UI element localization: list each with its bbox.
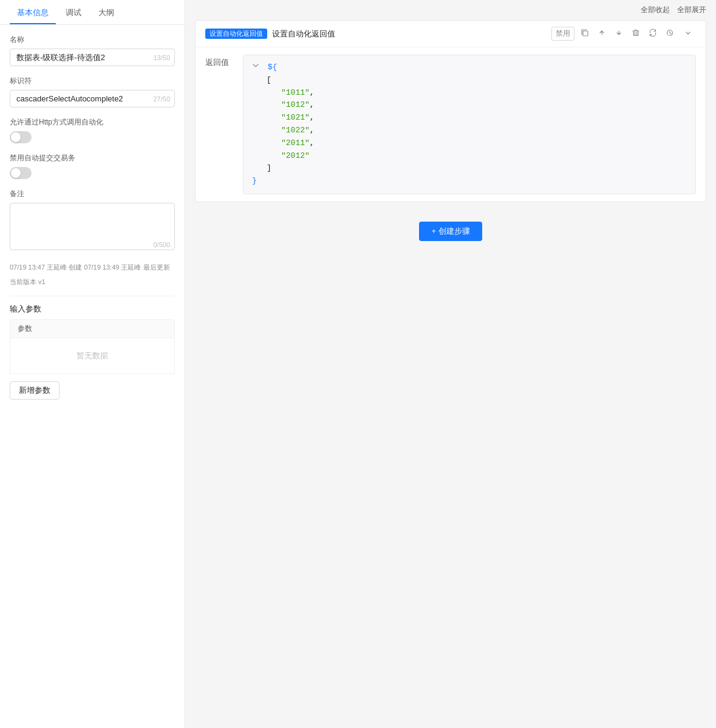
tab-basic[interactable]: 基本信息 bbox=[10, 0, 56, 24]
disable-submit-label: 禁用自动提交交易务 bbox=[10, 153, 175, 163]
tab-outline[interactable]: 大纲 bbox=[91, 0, 121, 24]
notes-count: 0/500 bbox=[153, 241, 170, 248]
name-char-count: 13/50 bbox=[153, 54, 170, 61]
input-params-label: 输入参数 bbox=[10, 304, 175, 315]
meta-info-line2: 当前版本 v1 bbox=[10, 276, 175, 288]
expand-all-button[interactable]: 全部展开 bbox=[677, 5, 706, 15]
http-toggle[interactable] bbox=[10, 131, 32, 143]
notes-textarea[interactable] bbox=[10, 203, 175, 250]
code-line-2: "1011", bbox=[252, 87, 687, 100]
param-col-label: 参数 bbox=[10, 320, 174, 338]
chevron-down-icon[interactable] bbox=[680, 27, 696, 40]
form-section: 名称 13/50 标识符 27/50 允许通过Http方式调用自动化 禁用自动提… bbox=[0, 25, 185, 728]
id-group: 标识符 27/50 bbox=[10, 76, 175, 107]
divider-1 bbox=[10, 296, 175, 296]
disable-submit-toggle-row bbox=[10, 167, 175, 179]
collapse-all-button[interactable]: 全部收起 bbox=[641, 5, 670, 15]
refresh-icon[interactable] bbox=[646, 27, 660, 40]
code-line-8: ] bbox=[252, 162, 687, 175]
id-input-wrapper: 27/50 bbox=[10, 90, 175, 107]
right-toolbar: 全部收起 全部展开 bbox=[185, 0, 716, 20]
left-panel: 基本信息 调试 大纲 名称 13/50 标识符 27/50 允许通过Http方式… bbox=[0, 0, 185, 728]
tab-bar: 基本信息 调试 大纲 bbox=[0, 0, 185, 25]
name-input-wrapper: 13/50 bbox=[10, 49, 175, 66]
move-up-icon[interactable] bbox=[595, 27, 609, 40]
return-value-row: 返回值 ${ [ "1011", "1012", "1021", "1022", bbox=[205, 55, 696, 194]
id-char-count: 27/50 bbox=[153, 95, 170, 103]
input-params-header: 输入参数 bbox=[10, 304, 175, 315]
name-input[interactable] bbox=[10, 49, 175, 66]
svg-rect-0 bbox=[583, 31, 588, 36]
code-line-3: "1012", bbox=[252, 99, 687, 112]
step-card: 设置自动化返回值 设置自动化返回值 禁用 bbox=[195, 20, 706, 202]
step-body: 返回值 ${ [ "1011", "1012", "1021", "1022", bbox=[196, 47, 706, 202]
disable-submit-toggle[interactable] bbox=[10, 167, 32, 179]
delete-icon[interactable] bbox=[629, 27, 643, 40]
copy-icon[interactable] bbox=[578, 27, 592, 40]
empty-data: 暂无数据 bbox=[10, 338, 175, 374]
code-line-0: ${ bbox=[252, 61, 687, 74]
code-line-5: "1022", bbox=[252, 124, 687, 137]
http-group: 允许通过Http方式调用自动化 bbox=[10, 117, 175, 143]
create-step-button[interactable]: + 创建步骤 bbox=[419, 222, 482, 241]
http-label: 允许通过Http方式调用自动化 bbox=[10, 117, 175, 128]
right-panel: 全部收起 全部展开 设置自动化返回值 设置自动化返回值 禁用 bbox=[185, 0, 716, 728]
history-icon[interactable] bbox=[663, 27, 677, 40]
meta-info-line1: 07/19 13:47 王延峰 创建 07/19 13:49 王延峰 最后更新 bbox=[10, 262, 175, 274]
code-line-4: "1021", bbox=[252, 112, 687, 124]
return-label: 返回值 bbox=[205, 55, 236, 68]
steps-area: 设置自动化返回值 设置自动化返回值 禁用 bbox=[185, 20, 716, 728]
name-label: 名称 bbox=[10, 35, 175, 45]
code-indicator bbox=[252, 62, 259, 69]
code-line-7: "2012" bbox=[252, 150, 687, 163]
code-line-1: [ bbox=[252, 74, 687, 87]
notes-group: 备注 0/500 bbox=[10, 189, 175, 252]
step-card-header: 设置自动化返回值 设置自动化返回值 禁用 bbox=[196, 21, 706, 47]
param-table-header: 参数 bbox=[10, 319, 175, 338]
http-toggle-row bbox=[10, 131, 175, 143]
code-line-9: } bbox=[252, 175, 687, 188]
add-param-button[interactable]: 新增参数 bbox=[10, 381, 60, 400]
step-tag: 设置自动化返回值 bbox=[205, 29, 267, 39]
disable-submit-group: 禁用自动提交交易务 bbox=[10, 153, 175, 179]
id-input[interactable] bbox=[10, 90, 175, 107]
notes-wrapper: 0/500 bbox=[10, 203, 175, 252]
code-line-6: "2011", bbox=[252, 137, 687, 150]
tab-debug[interactable]: 调试 bbox=[58, 0, 89, 24]
move-down-icon[interactable] bbox=[612, 27, 626, 40]
create-step-area: + 创建步骤 bbox=[195, 209, 706, 253]
step-actions: 禁用 bbox=[551, 27, 696, 41]
code-editor[interactable]: ${ [ "1011", "1012", "1021", "1022", "20… bbox=[243, 55, 696, 194]
step-title: 设置自动化返回值 bbox=[272, 29, 551, 39]
disable-btn[interactable]: 禁用 bbox=[551, 27, 575, 41]
notes-label: 备注 bbox=[10, 189, 175, 199]
id-label: 标识符 bbox=[10, 76, 175, 86]
name-group: 名称 13/50 bbox=[10, 35, 175, 66]
